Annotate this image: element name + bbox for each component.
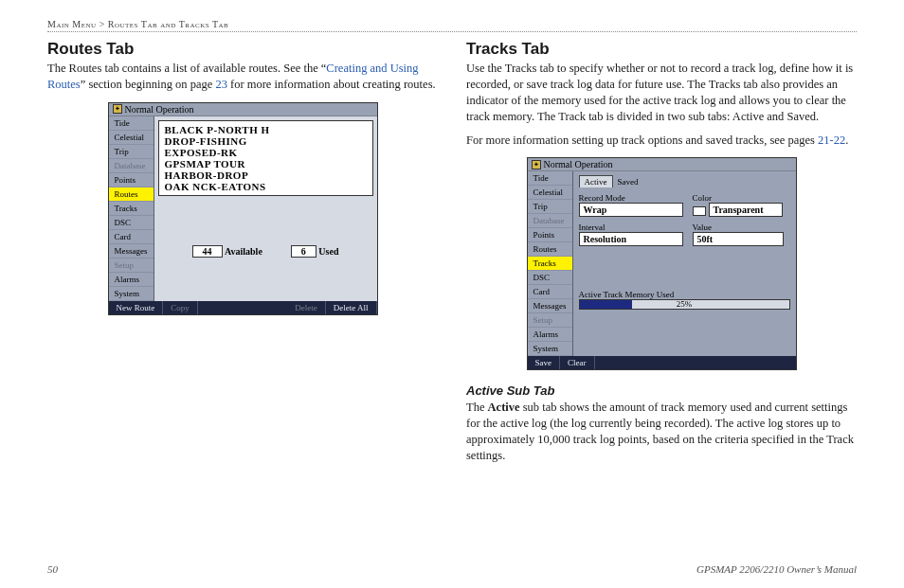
interval-field[interactable]: Resolution: [579, 232, 683, 246]
fig-routes-bottombar: New Route Copy Delete Delete All: [109, 301, 377, 314]
subtab-active[interactable]: Active: [579, 175, 613, 187]
sidebar-item-trip[interactable]: Trip: [109, 145, 154, 159]
new-route-button[interactable]: New Route: [109, 301, 164, 314]
sidebar-item-routes[interactable]: Routes: [109, 187, 154, 202]
figure-tracks: ✦ Normal Operation TideCelestialTripData…: [527, 157, 797, 370]
sidebar-item-system[interactable]: System: [528, 342, 572, 356]
color-swatch[interactable]: [693, 206, 706, 216]
link-pages-21-22[interactable]: 21-22: [818, 134, 845, 147]
available-count: 44: [192, 245, 223, 258]
fig-tracks-sidebar: TideCelestialTripDatabasePointsRoutesTra…: [528, 171, 573, 356]
delete-button[interactable]: Delete: [287, 301, 325, 314]
page-number: 50: [47, 563, 58, 575]
routes-heading: Routes Tab: [47, 40, 438, 59]
sidebar-item-celestial[interactable]: Celestial: [109, 131, 154, 145]
route-row[interactable]: OAK NCK-EATONS: [165, 181, 367, 192]
sidebar-item-points[interactable]: Points: [528, 228, 572, 242]
tracks-para2: For more information setting up track op…: [466, 133, 857, 149]
value-field[interactable]: 50ft: [693, 232, 784, 246]
sidebar-item-database[interactable]: Database: [528, 214, 572, 228]
manual-title: GPSMAP 2206/2210 Owner’s Manual: [696, 563, 857, 575]
sidebar-item-system[interactable]: System: [109, 287, 154, 301]
sidebar-item-celestial[interactable]: Celestial: [528, 186, 572, 200]
sidebar-item-alarms[interactable]: Alarms: [528, 328, 572, 342]
sidebar-item-routes[interactable]: Routes: [528, 242, 572, 257]
fig-tracks-content: ActiveSaved Record Mode Wrap Color T: [573, 171, 796, 356]
link-page-23[interactable]: 23: [215, 78, 227, 91]
route-row[interactable]: BLACK P-NORTH H: [165, 124, 367, 135]
left-column: Routes Tab The Routes tab contains a lis…: [47, 40, 438, 472]
tracks-heading: Tracks Tab: [466, 40, 857, 59]
active-subtab-heading: Active Sub Tab: [466, 383, 857, 398]
delete-all-button[interactable]: Delete All: [326, 301, 377, 314]
breadcrumb-sub: Routes Tab and Tracks Tab: [108, 19, 228, 29]
sidebar-item-dsc[interactable]: DSC: [109, 216, 154, 230]
sidebar-item-card[interactable]: Card: [528, 285, 572, 299]
breadcrumb: Main Menu > Routes Tab and Tracks Tab: [47, 19, 857, 32]
route-row[interactable]: DROP-FISHING: [165, 135, 367, 147]
sidebar-item-setup[interactable]: Setup: [528, 313, 572, 328]
sidebar-item-tide[interactable]: Tide: [528, 171, 572, 186]
route-row[interactable]: GPSMAP TOUR: [165, 158, 367, 169]
fig-titlebar: ✦ Normal Operation: [528, 158, 796, 171]
memory-pct: 25%: [580, 299, 789, 309]
route-row[interactable]: EXPOSED-RK: [165, 147, 367, 158]
route-row[interactable]: HARBOR-DROP: [165, 169, 367, 181]
sidebar-item-setup[interactable]: Setup: [109, 258, 154, 273]
satellite-icon: ✦: [113, 104, 122, 114]
active-subtab-para: The Active sub tab shows the amount of t…: [466, 400, 857, 464]
sidebar-item-database[interactable]: Database: [109, 159, 154, 173]
tracks-para1: Use the Tracks tab to specify whether or…: [466, 61, 857, 125]
satellite-icon: ✦: [532, 160, 541, 169]
clear-button[interactable]: Clear: [560, 356, 595, 369]
sidebar-item-trip[interactable]: Trip: [528, 200, 572, 214]
sidebar-item-card[interactable]: Card: [109, 230, 154, 244]
subtab-saved[interactable]: Saved: [613, 176, 643, 187]
routes-para: The Routes tab contains a list of availa…: [47, 61, 438, 93]
color-field[interactable]: Transparent: [709, 203, 783, 217]
page-footer: 50 GPSMAP 2206/2210 Owner’s Manual: [47, 563, 857, 575]
fig-titlebar: ✦ Normal Operation: [109, 103, 377, 116]
sidebar-item-dsc[interactable]: DSC: [528, 271, 572, 285]
sidebar-item-tracks[interactable]: Tracks: [109, 202, 154, 216]
breadcrumb-main: Main Menu: [47, 19, 97, 29]
memory-bar: 25%: [579, 299, 790, 310]
save-button[interactable]: Save: [528, 356, 561, 369]
figure-routes: ✦ Normal Operation TideCelestialTripData…: [108, 102, 378, 315]
used-count: 6: [291, 245, 316, 258]
sidebar-item-messages[interactable]: Messages: [528, 299, 572, 313]
fig-routes-sidebar: TideCelestialTripDatabasePointsRoutesTra…: [109, 116, 154, 301]
copy-button[interactable]: Copy: [163, 301, 198, 314]
fig-tracks-bottombar: Save Clear: [528, 356, 796, 369]
sidebar-item-alarms[interactable]: Alarms: [109, 273, 154, 287]
sidebar-item-messages[interactable]: Messages: [109, 244, 154, 258]
fig-routes-content: BLACK P-NORTH HDROP-FISHINGEXPOSED-RKGPS…: [154, 116, 377, 301]
record-mode-field[interactable]: Wrap: [579, 203, 683, 217]
route-list: BLACK P-NORTH HDROP-FISHINGEXPOSED-RKGPS…: [158, 120, 373, 196]
sidebar-item-tracks[interactable]: Tracks: [528, 257, 572, 271]
sidebar-item-tide[interactable]: Tide: [109, 116, 154, 131]
sidebar-item-points[interactable]: Points: [109, 173, 154, 187]
right-column: Tracks Tab Use the Tracks tab to specify…: [466, 40, 857, 472]
